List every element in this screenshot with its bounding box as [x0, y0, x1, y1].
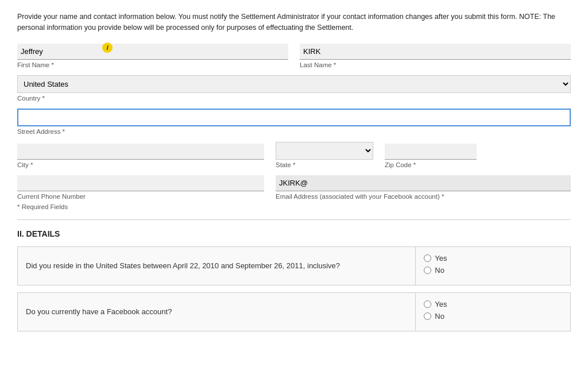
first-name-label: First Name * [17, 61, 288, 68]
phone-label: Current Phone Number [17, 193, 264, 200]
section-divider [17, 219, 571, 220]
question-1-yes-label: Yes [435, 254, 447, 263]
question-1-no-radio[interactable] [424, 267, 431, 274]
phone-email-row: Current Phone Number Email Address (asso… [17, 175, 571, 200]
zip-input[interactable] [385, 144, 477, 160]
question-1-yes-radio[interactable] [424, 254, 431, 262]
question-2-yes-option: Yes [424, 300, 562, 308]
zip-field: Zip Code * [385, 144, 477, 168]
last-name-input[interactable] [300, 44, 571, 60]
street-address-input[interactable] [17, 109, 571, 126]
details-title: II. DETAILS [17, 229, 571, 238]
cursor-icon: I [102, 43, 113, 53]
first-name-input[interactable] [17, 44, 288, 60]
country-field: United States Canada Mexico Other Countr… [17, 75, 571, 102]
city-state-zip-row: City * ALAKAZAR CACOCTDE FLGAHIID ILINIA… [17, 142, 571, 168]
question-2-row: Do you currently have a Facebook account… [18, 292, 571, 331]
question-1-row: Did you reside in the United States betw… [18, 246, 571, 285]
intro-text: Provide your name and contact informatio… [17, 11, 571, 33]
street-address-field: Street Address * [17, 109, 571, 135]
country-label: Country * [17, 95, 571, 102]
city-input[interactable] [17, 144, 264, 160]
country-row: United States Canada Mexico Other Countr… [17, 75, 571, 102]
question-2-yes-label: Yes [435, 300, 447, 308]
last-name-label: Last Name * [300, 61, 571, 68]
state-select[interactable]: ALAKAZAR CACOCTDE FLGAHIID ILINIAKS KYLA… [276, 142, 373, 160]
first-name-field: I First Name * [17, 44, 288, 68]
question-1-no-label: No [435, 266, 444, 275]
contact-form: I First Name * Last Name * United States… [17, 44, 571, 210]
question-2-no-option: No [424, 312, 562, 321]
country-select[interactable]: United States Canada Mexico Other [17, 75, 571, 93]
last-name-field: Last Name * [300, 44, 571, 68]
question-1-answers: Yes No [416, 246, 571, 285]
question-2-answers: Yes No [416, 292, 571, 331]
state-label: State * [276, 161, 373, 168]
email-input[interactable] [276, 175, 571, 191]
email-field: Email Address (associated with your Face… [276, 175, 571, 200]
question-1-table: Did you reside in the United States betw… [17, 246, 571, 285]
state-field: ALAKAZAR CACOCTDE FLGAHIID ILINIAKS KYLA… [276, 142, 373, 168]
question-2-table: Do you currently have a Facebook account… [17, 292, 571, 331]
question-2-text: Do you currently have a Facebook account… [18, 292, 416, 331]
question-1-no-option: No [424, 266, 562, 275]
city-field: City * [17, 144, 264, 168]
street-address-label: Street Address * [17, 128, 571, 135]
phone-field: Current Phone Number [17, 175, 264, 200]
street-row: Street Address * [17, 109, 571, 135]
question-2-yes-radio[interactable] [424, 300, 431, 308]
city-label: City * [17, 161, 264, 168]
question-1-yes-option: Yes [424, 254, 562, 263]
email-label: Email Address (associated with your Face… [276, 193, 571, 200]
question-2-no-label: No [435, 312, 444, 321]
details-section: II. DETAILS Did you reside in the United… [17, 229, 571, 331]
phone-input[interactable] [17, 175, 264, 191]
zip-label: Zip Code * [385, 161, 477, 168]
question-1-text: Did you reside in the United States betw… [18, 246, 416, 285]
name-row: I First Name * Last Name * [17, 44, 571, 68]
question-2-no-radio[interactable] [424, 312, 431, 320]
required-note: * Required Fields [17, 203, 571, 210]
